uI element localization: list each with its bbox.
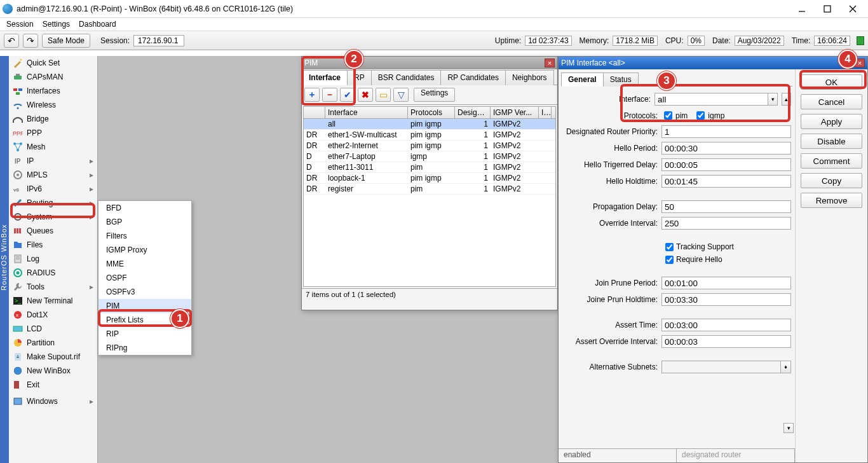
apply-button[interactable]: Apply: [801, 114, 862, 129]
flyout-item-ospf[interactable]: OSPF: [98, 271, 191, 285]
enable-button[interactable]: ✔: [340, 88, 355, 102]
remove-button[interactable]: －: [322, 88, 337, 102]
sidebar-item-queues[interactable]: Queues: [9, 224, 97, 238]
pim-window-title[interactable]: PIM ×: [302, 57, 557, 69]
flyout-item-igmp-proxy[interactable]: IGMP Proxy: [98, 243, 191, 257]
sidebar-item-files[interactable]: Files: [9, 238, 97, 252]
sidebar-item-new-terminal[interactable]: >_ New Terminal: [9, 294, 97, 308]
sidebar-item-interfaces[interactable]: Interfaces: [9, 84, 97, 98]
flyout-item-rip[interactable]: RIP: [98, 327, 191, 341]
undo-button[interactable]: ↶: [4, 34, 19, 48]
input-interface[interactable]: [654, 93, 768, 106]
flyout-item-mme[interactable]: MME: [98, 257, 191, 271]
table-row[interactable]: DRether2-Internetpim igmp1IGMPv2: [304, 141, 555, 151]
input-joine-prun-holdtime[interactable]: [661, 293, 791, 306]
flyout-item-bfd[interactable]: BFD: [98, 201, 191, 215]
table-row[interactable]: allpim igmp1IGMPv2: [304, 119, 555, 130]
pim-tab-rp[interactable]: RP: [347, 70, 372, 85]
sidebar-item-wireless[interactable]: Wireless: [9, 98, 97, 112]
pim-tab-interface[interactable]: Interface: [302, 70, 348, 85]
pim-tab-rp-candidates[interactable]: RP Candidates: [440, 70, 506, 85]
flyout-item-bgp[interactable]: BGP: [98, 215, 191, 229]
sidebar-item-mpls[interactable]: MPLS▸: [9, 168, 97, 182]
flyout-item-filters[interactable]: Filters: [98, 229, 191, 243]
pim-interface-grid[interactable]: InterfaceProtocolsDesign...IGMP Ver...I.…: [303, 106, 556, 287]
sidebar-item-radius[interactable]: RADIUS: [9, 266, 97, 280]
props-tab-general[interactable]: General: [561, 73, 604, 86]
scroll-up-icon[interactable]: ▴: [782, 93, 791, 106]
sidebar-item-log[interactable]: Log: [9, 252, 97, 266]
session-ip[interactable]: 172.16.90.1: [133, 35, 184, 46]
props-tab-status[interactable]: Status: [603, 73, 639, 86]
sidebar-item-routing[interactable]: Routing▸: [9, 196, 97, 210]
disable-button[interactable]: ✖: [358, 88, 373, 102]
column-header[interactable]: [304, 107, 325, 118]
input-assert-time[interactable]: [661, 319, 791, 331]
maximize-button[interactable]: [815, 1, 840, 17]
sidebar-item-ipv6[interactable]: v6 IPv6▸: [9, 182, 97, 196]
input-hello-holdtime[interactable]: [661, 175, 791, 188]
input-propagation-delay[interactable]: [661, 200, 791, 213]
ok-button[interactable]: OK: [801, 74, 862, 90]
sidebar-item-windows[interactable]: Windows ▸: [9, 394, 97, 408]
copy-button[interactable]: Copy: [801, 173, 862, 188]
sidebar-item-new-winbox[interactable]: New WinBox: [9, 364, 97, 378]
table-row[interactable]: DRloopback-1pim igmp1IGMPv2: [304, 173, 555, 184]
remove-button[interactable]: Remove: [801, 193, 862, 208]
minimize-button[interactable]: [789, 1, 815, 17]
comment-button[interactable]: Comment: [801, 153, 862, 169]
sidebar-item-quick-set[interactable]: Quick Set: [9, 56, 97, 70]
add-button[interactable]: ＋: [304, 88, 320, 102]
table-row[interactable]: Dether7-Laptopigmp1IGMPv2: [304, 151, 555, 162]
scroll-down-icon[interactable]: ▾: [783, 423, 794, 433]
sidebar-item-mesh[interactable]: Mesh: [9, 140, 97, 154]
interface-dropdown-icon[interactable]: ▾: [768, 93, 778, 106]
table-row[interactable]: Dether11-3011pim1IGMPv2: [304, 162, 555, 173]
column-header[interactable]: Design...: [455, 107, 491, 118]
comment-button[interactable]: ▭: [376, 88, 391, 102]
sidebar-item-dot1x[interactable]: x Dot1X: [9, 308, 97, 322]
cancel-button[interactable]: Cancel: [801, 94, 862, 109]
sidebar-item-tools[interactable]: Tools▸: [9, 280, 97, 294]
alt-subnets-expand-icon[interactable]: ♦: [781, 361, 791, 373]
redo-button[interactable]: ↷: [23, 34, 38, 48]
table-row[interactable]: DRether1-SW-multicastpim igmp1IGMPv2: [304, 130, 555, 141]
input-hello-period[interactable]: [661, 142, 791, 155]
sidebar-item-lcd[interactable]: LCD: [9, 322, 97, 336]
table-row[interactable]: DRregisterpim1IGMPv2: [304, 184, 555, 195]
input-hello-trigerred-delay[interactable]: [661, 158, 791, 171]
menu-dashboard[interactable]: Dashboard: [79, 20, 116, 29]
column-header[interactable]: Interface: [325, 107, 408, 118]
sidebar-item-ppp[interactable]: PPP PPP: [9, 126, 97, 140]
input-alt-subnets[interactable]: [661, 361, 781, 373]
pim-close-button[interactable]: ×: [545, 59, 555, 67]
filter-button[interactable]: ▽: [393, 88, 409, 102]
check-pim[interactable]: [664, 111, 672, 120]
sidebar-item-exit[interactable]: Exit: [9, 378, 97, 392]
check-tracking[interactable]: [665, 243, 674, 251]
settings-button[interactable]: Settings: [414, 88, 455, 102]
flyout-item-ripng[interactable]: RIPng: [98, 341, 191, 355]
flyout-item-ospfv3[interactable]: OSPFv3: [98, 285, 191, 299]
input-override-interval[interactable]: [661, 217, 791, 230]
input-join-prune-period[interactable]: [661, 277, 791, 289]
menu-session[interactable]: Session: [6, 20, 34, 29]
column-header[interactable]: IGMP Ver...: [491, 107, 539, 118]
props-window-title[interactable]: PIM Interface <all> ×: [559, 57, 867, 69]
pim-tab-bsr-candidates[interactable]: BSR Candidates: [371, 70, 442, 85]
menu-settings[interactable]: Settings: [43, 20, 70, 29]
check-require[interactable]: [665, 256, 674, 264]
disable-button[interactable]: Disable: [801, 134, 862, 149]
sidebar-item-partition[interactable]: Partition: [9, 336, 97, 350]
sidebar-item-system[interactable]: System▸: [9, 210, 97, 224]
safe-mode-button[interactable]: Safe Mode: [42, 34, 90, 48]
input-assert-override-interval[interactable]: [661, 335, 791, 348]
column-header[interactable]: Protocols: [408, 107, 455, 118]
close-button[interactable]: [840, 1, 865, 17]
input-designated-router-priority[interactable]: [661, 125, 791, 138]
sidebar-item-bridge[interactable]: Bridge: [9, 112, 97, 126]
sidebar-item-make-supout.rif[interactable]: Make Supout.rif: [9, 350, 97, 364]
pim-tab-neighbors[interactable]: Neighbors: [505, 70, 554, 85]
check-igmp[interactable]: [696, 111, 705, 120]
sidebar-item-ip[interactable]: IP IP▸: [9, 154, 97, 168]
